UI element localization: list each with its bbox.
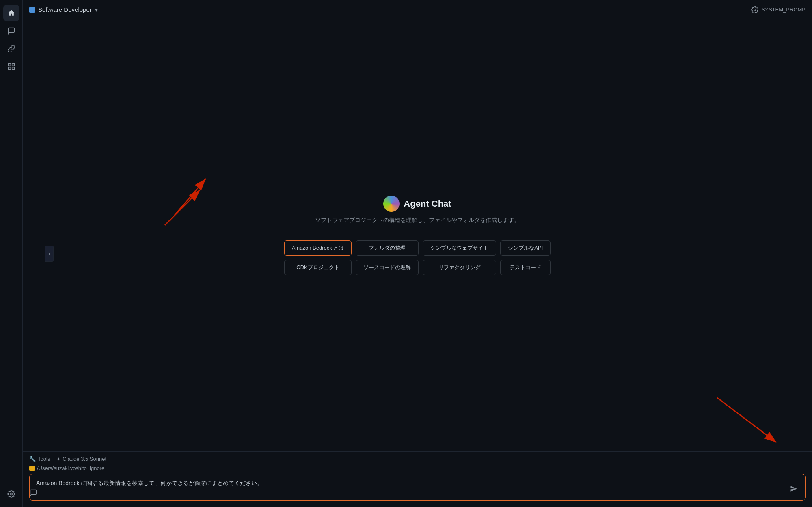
agent-subtitle: ソフトウェアプロジェクトの構造を理解し、ファイルやフォルダを作成します。 (315, 217, 520, 224)
topbar: Software Developer ▾ SYSTEM_PROMP (23, 0, 812, 19)
folder-meta: /Users/suzaki.yoshito .ignore (29, 465, 806, 471)
bottom-meta: 🔧 Tools ✦ Claude 3.5 Sonnet (29, 456, 806, 462)
svg-rect-1 (12, 64, 14, 66)
model-icon: ✦ (56, 456, 60, 462)
system-prompt-label: SYSTEM_PROMP (762, 6, 806, 13)
agent-title-row: Agent Chat (383, 196, 451, 212)
svg-point-5 (754, 9, 756, 11)
tools-icon: 🔧 (29, 456, 36, 462)
tools-indicator: 🔧 Tools (29, 456, 50, 462)
sidebar-item-chat[interactable] (3, 23, 19, 39)
agent-dropdown-arrow[interactable]: ▾ (95, 6, 98, 13)
suggestion-refactoring[interactable]: リファクタリング (423, 260, 496, 275)
svg-rect-3 (12, 67, 14, 70)
folder-icon (29, 466, 35, 471)
sidebar-item-grid[interactable] (3, 58, 19, 75)
sidebar-item-home[interactable] (3, 5, 19, 21)
system-prompt-button[interactable]: SYSTEM_PROMP (751, 6, 806, 13)
svg-rect-0 (8, 64, 11, 66)
chat-input-wrapper (29, 474, 806, 501)
gear-icon (751, 6, 758, 13)
model-indicator: ✦ Claude 3.5 Sonnet (56, 456, 106, 462)
agent-color-indicator (29, 7, 35, 13)
sidebar-item-settings[interactable] (3, 486, 19, 502)
send-button[interactable] (787, 482, 800, 495)
model-label: Claude 3.5 Sonnet (63, 456, 106, 462)
main-content: › Software Developer ▾ SYSTEM_PROMP Agen… (23, 0, 812, 507)
sidebar (0, 0, 23, 507)
suggestions-grid: Amazon Bedrock とは フォルダの整理 シンプルなウェブサイト シン… (284, 240, 551, 275)
suggestion-simple-website[interactable]: シンプルなウェブサイト (423, 240, 496, 256)
sidebar-item-link[interactable] (3, 41, 19, 57)
topbar-left: Software Developer ▾ (29, 6, 98, 13)
sidebar-collapse-button[interactable]: › (45, 246, 54, 262)
tools-label: Tools (38, 456, 50, 462)
feedback-icon (29, 489, 37, 497)
agent-chat-header: Agent Chat ソフトウェアプロジェクトの構造を理解し、ファイルやフォルダ… (315, 196, 520, 224)
agent-avatar (383, 196, 400, 212)
feedback-button[interactable] (29, 489, 37, 499)
suggestion-test-code[interactable]: テストコード (500, 260, 551, 275)
svg-rect-2 (8, 67, 11, 70)
chat-area: Agent Chat ソフトウェアプロジェクトの構造を理解し、ファイルやフォルダ… (23, 19, 812, 451)
suggestion-simple-api[interactable]: シンプルなAPI (500, 240, 551, 256)
suggestion-amazon-bedrock[interactable]: Amazon Bedrock とは (284, 240, 352, 256)
agent-chat-title: Agent Chat (404, 198, 451, 209)
bottom-bar: 🔧 Tools ✦ Claude 3.5 Sonnet /Users/suzak… (23, 451, 812, 507)
folder-indicator-item: /Users/suzaki.yoshito .ignore (29, 465, 104, 471)
svg-point-4 (10, 493, 12, 495)
suggestion-source-code[interactable]: ソースコードの理解 (356, 260, 419, 275)
suggestion-cdk-project[interactable]: CDKプロジェクト (284, 260, 352, 275)
folder-path: /Users/suzaki.yoshito .ignore (37, 465, 104, 471)
suggestion-folder-organize[interactable]: フォルダの整理 (356, 240, 419, 256)
chat-input[interactable] (30, 474, 805, 498)
send-icon (790, 485, 797, 492)
agent-name: Software Developer (38, 6, 92, 13)
